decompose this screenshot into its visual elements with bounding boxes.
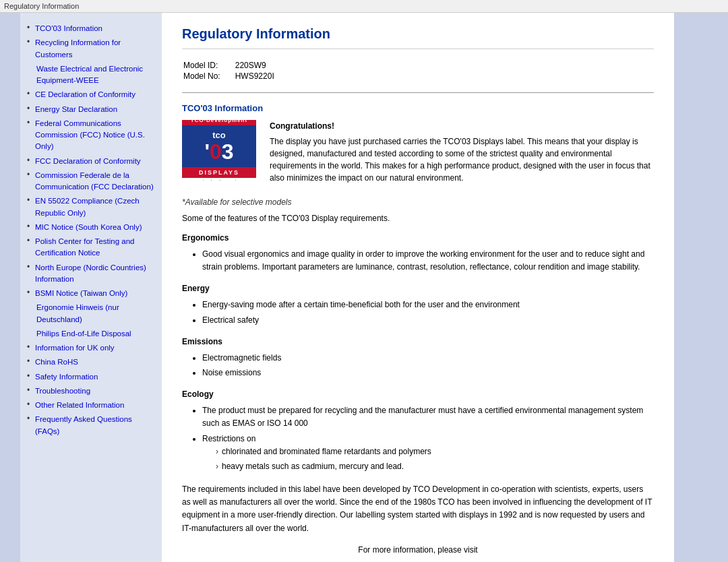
left-panel bbox=[0, 13, 20, 562]
ecology-heading: Ecology bbox=[182, 389, 654, 399]
sidebar-link-troubleshooting[interactable]: Troubleshooting bbox=[35, 387, 90, 395]
sidebar-link-commission[interactable]: Commission Federale de la Communication … bbox=[35, 171, 154, 191]
tco-middle: tco '03 bbox=[182, 125, 256, 166]
sidebar-link-faqs[interactable]: Frequently Asked Questions (FAQs) bbox=[35, 415, 132, 435]
energy-list: Energy-saving mode after a certain time-… bbox=[182, 299, 654, 326]
sidebar-item-polish[interactable]: Polish Center for Testing and Certificat… bbox=[27, 236, 155, 259]
emissions-item-2: Noise emissions bbox=[202, 367, 654, 379]
sidebar: TCO'03 Information Recycling Information… bbox=[20, 13, 162, 562]
emissions-item-1: Electromagnetic fields bbox=[202, 352, 654, 365]
sidebar-item-weee[interactable]: Waste Electrical and Electronic Equipmen… bbox=[27, 63, 155, 87]
sidebar-item-safety[interactable]: Safety Information bbox=[27, 371, 155, 383]
congrats-text: The display you have just purchased carr… bbox=[270, 135, 654, 184]
sidebar-item-recycling[interactable]: Recycling Information for Customers bbox=[27, 37, 155, 61]
sidebar-link-philips-disposal[interactable]: Philips End-of-Life Disposal bbox=[36, 330, 131, 338]
ecology-sub-list: chlorinated and brominated flame retarda… bbox=[202, 445, 654, 473]
sidebar-link-mic[interactable]: MIC Notice (South Korea Only) bbox=[35, 223, 142, 231]
tco-top-bar-text: TCO·Development bbox=[182, 120, 256, 125]
emissions-list: Electromagnetic fields Noise emissions bbox=[182, 352, 654, 379]
emissions-heading: Emissions bbox=[182, 337, 654, 346]
page-title: Regulatory Information bbox=[182, 26, 654, 49]
sidebar-item-faqs[interactable]: Frequently Asked Questions (FAQs) bbox=[27, 414, 155, 437]
ergonomics-section: Ergonomics Good visual ergonomics and im… bbox=[182, 233, 654, 274]
tco-description: Congratulations! The display you have ju… bbox=[270, 120, 654, 187]
for-more-text: For more information, please visit bbox=[182, 545, 654, 555]
divider bbox=[182, 92, 654, 93]
sidebar-link-bsmi[interactable]: BSMI Notice (Taiwan Only) bbox=[35, 289, 127, 297]
model-no-value: HWS9220I bbox=[235, 71, 274, 81]
sidebar-item-energy-star[interactable]: Energy Star Declaration bbox=[27, 104, 155, 115]
title-bar-text: Regulatory Information bbox=[4, 2, 79, 10]
sidebar-link-en55022[interactable]: EN 55022 Compliance (Czech Republic Only… bbox=[35, 197, 140, 216]
sidebar-link-polish[interactable]: Polish Center for Testing and Certificat… bbox=[35, 237, 134, 257]
sidebar-item-mic[interactable]: MIC Notice (South Korea Only) bbox=[27, 222, 155, 233]
sidebar-link-safety[interactable]: Safety Information bbox=[35, 373, 98, 381]
energy-item-2: Electrical safety bbox=[202, 314, 654, 327]
sidebar-item-commission[interactable]: Commission Federale de la Communication … bbox=[27, 170, 155, 193]
model-id-label: Model ID: bbox=[183, 61, 234, 70]
some-features-text: Some of the features of the TCO'03 Displ… bbox=[182, 214, 654, 223]
sidebar-item-china-rohs[interactable]: China RoHS bbox=[27, 356, 155, 368]
sidebar-link-fcc-conformity[interactable]: FCC Declaration of Conformity bbox=[35, 157, 141, 165]
tco-displays-label: DISPLAYS bbox=[182, 167, 256, 178]
right-panel bbox=[674, 13, 728, 562]
ecology-list: The product must be prepared for recycli… bbox=[182, 404, 654, 473]
sidebar-item-nordic[interactable]: North Europe (Nordic Countries) Informat… bbox=[27, 262, 155, 286]
tco-section-heading: TCO'03 Information bbox=[182, 103, 654, 113]
emissions-section: Emissions Electromagnetic fields Noise e… bbox=[182, 337, 654, 379]
sidebar-item-uk[interactable]: Information for UK only bbox=[27, 342, 155, 354]
sidebar-link-ergonomie[interactable]: Ergonomie Hinweis (nur Deutschland) bbox=[36, 303, 119, 323]
sidebar-item-fcc-conformity[interactable]: FCC Declaration of Conformity bbox=[27, 156, 155, 167]
model-info-table: Model ID: 220SW9 Model No: HWS9220I bbox=[182, 59, 276, 82]
sidebar-link-nordic[interactable]: North Europe (Nordic Countries) Informat… bbox=[35, 263, 146, 283]
sidebar-item-philips-disposal[interactable]: Philips End-of-Life Disposal bbox=[27, 328, 155, 340]
sidebar-link-weee[interactable]: Waste Electrical and Electronic Equipmen… bbox=[36, 65, 143, 84]
ergonomics-list: Good visual ergonomics and image quality… bbox=[182, 248, 654, 274]
sidebar-item-ce[interactable]: CE Declaration of Conformity bbox=[27, 89, 155, 100]
sidebar-link-other[interactable]: Other Related Information bbox=[35, 401, 124, 409]
sidebar-link-tco03[interactable]: TCO'03 Information bbox=[35, 24, 102, 32]
sidebar-link-energy-star[interactable]: Energy Star Declaration bbox=[35, 105, 117, 113]
energy-heading: Energy bbox=[182, 284, 654, 293]
model-id-value: 220SW9 bbox=[235, 61, 274, 70]
sidebar-link-uk[interactable]: Information for UK only bbox=[35, 344, 115, 352]
available-note: *Available for selective models bbox=[182, 197, 654, 207]
ecology-sub-item-1: chlorinated and brominated flame retarda… bbox=[216, 445, 654, 458]
sidebar-item-tco03[interactable]: TCO'03 Information bbox=[27, 23, 155, 34]
tco-logo: TCO·Development tco '03 DISPLAYS www.tco… bbox=[182, 120, 256, 181]
closing-paragraph: The requirements included in this label … bbox=[182, 483, 654, 535]
sidebar-link-ce[interactable]: CE Declaration of Conformity bbox=[35, 90, 135, 98]
sidebar-link-fcc[interactable]: Federal Communications Commission (FCC) … bbox=[35, 119, 145, 151]
ecology-item-2: Restrictions on chlorinated and brominat… bbox=[202, 433, 654, 474]
sidebar-item-ergonomie[interactable]: Ergonomie Hinweis (nur Deutschland) bbox=[27, 302, 155, 325]
content-area: Regulatory Information Model ID: 220SW9 … bbox=[162, 13, 674, 562]
sidebar-item-bsmi[interactable]: BSMI Notice (Taiwan Only) bbox=[27, 288, 155, 299]
sidebar-item-fcc[interactable]: Federal Communications Commission (FCC) … bbox=[27, 118, 155, 153]
congrats-label: Congratulations! bbox=[270, 120, 654, 132]
sidebar-nav: TCO'03 Information Recycling Information… bbox=[27, 23, 155, 437]
energy-section: Energy Energy-saving mode after a certai… bbox=[182, 284, 654, 326]
tco-info-box: TCO·Development tco '03 DISPLAYS www.tco… bbox=[182, 120, 654, 187]
sidebar-item-en55022[interactable]: EN 55022 Compliance (Czech Republic Only… bbox=[27, 195, 155, 219]
sidebar-link-recycling[interactable]: Recycling Information for Customers bbox=[35, 38, 121, 58]
tco-website-text: www.tcodevelopment.com bbox=[182, 178, 256, 181]
ecology-section: Ecology The product must be prepared for… bbox=[182, 389, 654, 473]
title-bar: Regulatory Information bbox=[0, 0, 728, 13]
ecology-item-1: The product must be prepared for recycli… bbox=[202, 404, 654, 430]
ergonomics-item-1: Good visual ergonomics and image quality… bbox=[202, 248, 654, 274]
sidebar-item-troubleshooting[interactable]: Troubleshooting bbox=[27, 385, 155, 397]
ergonomics-heading: Ergonomics bbox=[182, 233, 654, 243]
sidebar-item-other[interactable]: Other Related Information bbox=[27, 400, 155, 411]
model-no-label: Model No: bbox=[183, 71, 234, 81]
ecology-sub-item-2: heavy metals such as cadmium, mercury an… bbox=[216, 460, 654, 473]
sidebar-link-china-rohs[interactable]: China RoHS bbox=[35, 358, 78, 366]
energy-item-1: Energy-saving mode after a certain time-… bbox=[202, 299, 654, 311]
